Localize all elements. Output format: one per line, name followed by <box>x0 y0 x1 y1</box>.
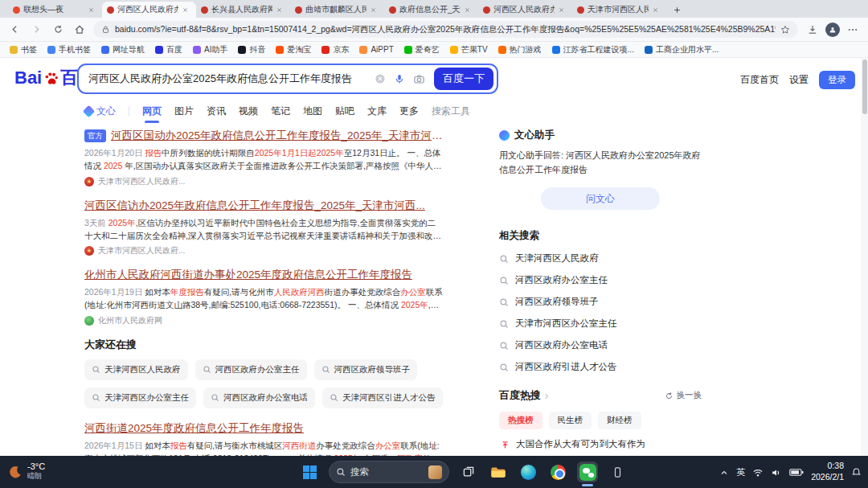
related-chip[interactable]: 河西区政府办公室电话 <box>203 388 315 408</box>
weather-widget[interactable]: -3°C 晴朗 <box>8 461 45 482</box>
bookmark-item[interactable]: 爱奇艺 <box>404 44 440 55</box>
bookmark-item[interactable]: 手机书签 <box>47 44 91 55</box>
tab-video[interactable]: 视频 <box>239 105 258 118</box>
tab-close-icon[interactable] <box>652 6 661 14</box>
phone-link-button[interactable] <box>607 461 628 482</box>
result-title-link[interactable]: 河西街道2025年度政府信息公开工作年度报告 <box>84 421 443 436</box>
bookmark-item[interactable]: 抖音 <box>238 44 265 55</box>
related-search-item[interactable]: 天津市河西区办公室主任 <box>499 318 702 330</box>
tab-wenku[interactable]: 文库 <box>367 105 387 118</box>
back-icon[interactable] <box>6 22 23 38</box>
site-security-icon[interactable] <box>101 25 110 34</box>
related-chip[interactable]: 天津河西区人民政府 <box>84 359 188 380</box>
tray-overflow-icon[interactable] <box>719 465 729 479</box>
hot-tab-finance[interactable]: 财经榜 <box>598 412 641 429</box>
hot-search-title[interactable]: 百度热搜 <box>499 388 541 403</box>
tab-web[interactable]: 网页 <box>142 105 162 118</box>
refresh-hot-list[interactable]: 换一换 <box>665 390 702 401</box>
bookmark-item[interactable]: 江苏省工程建设项... <box>552 44 634 55</box>
favorite-star-icon[interactable] <box>780 25 790 35</box>
bookmark-item[interactable]: 爱淘宝 <box>276 44 311 55</box>
related-search-item[interactable]: 河西区政府办公室电话 <box>499 339 702 351</box>
bookmark-item[interactable]: AiPPT <box>359 45 393 54</box>
input-method-indicator[interactable]: 英 <box>736 466 745 478</box>
tab-close-icon[interactable] <box>88 6 97 14</box>
page-scrollbar[interactable] <box>861 58 868 456</box>
image-search-icon[interactable] <box>413 73 425 85</box>
browser-tab-active[interactable]: 河西区人民政府办公... <box>102 2 196 18</box>
forward-icon[interactable] <box>28 22 44 38</box>
new-tab-button[interactable] <box>669 2 684 17</box>
related-chip[interactable]: 河西区政府领导班子 <box>314 359 418 380</box>
login-button[interactable]: 登录 <box>819 71 855 89</box>
tab-wenxin[interactable]: 文心 <box>84 105 116 118</box>
tab-more[interactable]: 更多 <box>399 105 419 118</box>
baidu-home-link[interactable]: 百度首页 <box>740 73 779 87</box>
related-chip[interactable]: 河西区政府办公室主任 <box>195 359 307 380</box>
browser-tab[interactable]: 曲靖市麒麟区人民政... <box>290 2 384 18</box>
settings-link[interactable]: 设置 <box>789 73 809 87</box>
home-icon[interactable] <box>72 22 88 38</box>
voice-search-icon[interactable] <box>394 73 405 84</box>
downloads-icon[interactable] <box>807 24 818 35</box>
tab-maps[interactable]: 地图 <box>303 105 322 118</box>
tab-tieba[interactable]: 贴吧 <box>335 105 354 118</box>
tab-notes[interactable]: 笔记 <box>271 105 290 118</box>
bookmark-item[interactable]: 网址导航 <box>101 44 145 55</box>
taskbar-search[interactable]: 搜索 <box>329 461 449 483</box>
bookmark-item[interactable]: 热门游戏 <box>498 44 542 55</box>
task-view-button[interactable] <box>458 461 479 482</box>
tab-close-icon[interactable] <box>370 6 379 14</box>
battery-icon[interactable] <box>789 465 804 479</box>
search-input[interactable]: 河西区人民政府办公室2025年政府信息公开工作年度报告 <box>79 72 371 86</box>
search-tools[interactable]: 搜索工具 <box>432 105 470 118</box>
browser-tab[interactable]: 联想头—夜 <box>8 2 102 18</box>
taskbar-clock[interactable]: 0:38 2026/2/1 <box>811 461 844 482</box>
bookmark-item[interactable]: 百度 <box>155 44 182 55</box>
result-title-link[interactable]: 化州市人民政府河西街道办事处2025年度政府信息公开工作年度报告 <box>84 268 443 282</box>
volume-icon[interactable] <box>771 465 782 479</box>
bookmark-item[interactable]: 京东 <box>321 44 349 55</box>
hot-tab-livelihood[interactable]: 民生榜 <box>549 412 592 429</box>
result-title-link[interactable]: 河西区信访办2025年政府信息公开工作年度报告_2025年_天津市河西... <box>84 199 443 213</box>
browser-tab[interactable]: 政府信息公开_天津市 <box>384 2 478 18</box>
search-button[interactable]: 百度一下 <box>434 68 493 90</box>
bookmark-item[interactable]: 芒果TV <box>450 44 488 55</box>
result-source[interactable]: ★ 天津市河西区人民政府... <box>84 176 443 187</box>
file-explorer-button[interactable] <box>488 461 509 482</box>
related-search-item[interactable]: 河西区政府办公室主任 <box>499 274 702 286</box>
related-search-item[interactable]: 河西区政府引进人才公告 <box>499 361 702 373</box>
browser-tab[interactable]: 天津市河西区人民政... <box>572 2 666 18</box>
result-source[interactable]: ★ 天津市河西区人民政府... <box>84 245 443 256</box>
tab-images[interactable]: 图片 <box>174 105 194 118</box>
browser-menu-icon[interactable] <box>847 24 858 35</box>
tab-close-icon[interactable] <box>464 6 473 14</box>
tab-close-icon[interactable] <box>276 6 285 14</box>
tab-news[interactable]: 资讯 <box>207 105 226 118</box>
ask-wenxin-button[interactable]: 问文心 <box>541 187 660 210</box>
related-search-item[interactable]: 河西区政府领导班子 <box>499 296 702 308</box>
hot-search-item[interactable]: 大国合作从大有可为到大有作为 <box>499 438 702 450</box>
wechat-button[interactable] <box>577 461 598 482</box>
related-chip[interactable]: 天津河西区办公室主任 <box>84 388 196 408</box>
tab-close-icon[interactable] <box>558 6 567 14</box>
notifications-icon[interactable] <box>851 465 862 479</box>
start-button[interactable] <box>299 461 320 482</box>
address-bar[interactable]: baidu.com/s?ie=utf-8&f=8&rsv_bp=1&tn=150… <box>93 21 798 38</box>
bookmark-item[interactable]: 书签 <box>10 44 37 55</box>
result-title-link[interactable]: 官方 河西区国动办2025年政府信息公开工作年度报告_2025年_天津市河西..… <box>84 129 443 143</box>
bookmark-item[interactable]: AI助手 <box>193 44 227 55</box>
reload-icon[interactable] <box>50 22 66 38</box>
profile-avatar[interactable] <box>825 23 840 37</box>
clear-input-icon[interactable] <box>375 73 386 84</box>
browser-tab[interactable]: 河西区人民政府办公... <box>478 2 572 18</box>
related-chip[interactable]: 天津河西区引进人才公告 <box>322 388 443 408</box>
edge-browser-button[interactable] <box>518 461 538 482</box>
hot-tab-trending[interactable]: 热搜榜 <box>499 412 542 429</box>
address-url[interactable]: baidu.com/s?ie=utf-8&f=8&rsv_bp=1&tn=150… <box>115 24 776 35</box>
scrollbar-thumb[interactable] <box>862 59 867 114</box>
wifi-icon[interactable] <box>752 465 764 479</box>
result-source[interactable]: 化州市人民政府网 <box>84 315 443 326</box>
related-search-item[interactable]: 天津河西区人民政府 <box>499 252 702 265</box>
tab-close-icon[interactable] <box>182 6 191 14</box>
